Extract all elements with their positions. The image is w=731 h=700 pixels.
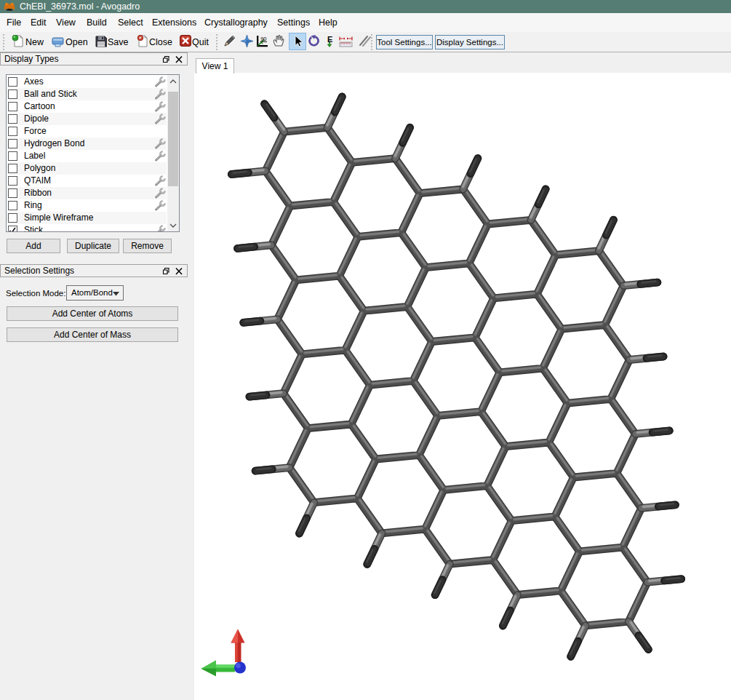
svg-text:90: 90 bbox=[260, 36, 266, 42]
